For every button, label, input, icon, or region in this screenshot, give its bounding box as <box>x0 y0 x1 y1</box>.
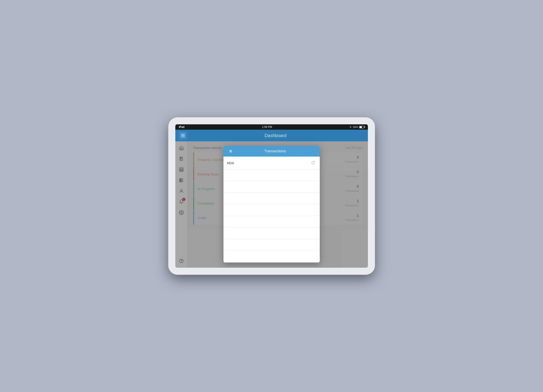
page-title: Dashboard <box>187 133 364 138</box>
battery-icon <box>359 126 364 128</box>
modal-overlay: Transactions NDA <box>175 141 368 268</box>
modal-row-empty-8 <box>223 251 320 262</box>
modal-header: Transactions <box>223 146 320 157</box>
ipad-screen: iPad 1:56 PM ✳ 54% Dashboard <box>175 124 368 268</box>
device-name: iPad <box>179 125 185 129</box>
refresh-button[interactable] <box>310 160 316 166</box>
close-icon <box>228 149 233 153</box>
ipad-device: iPad 1:56 PM ✳ 54% Dashboard <box>169 118 375 274</box>
modal-row-empty-3 <box>223 193 320 204</box>
bluetooth-icon: ✳ <box>350 126 351 129</box>
modal-close-button[interactable] <box>227 148 234 155</box>
modal-row-empty-4 <box>223 204 320 216</box>
modal-row-label: NDA <box>227 161 310 165</box>
app-header: Dashboard <box>175 130 368 141</box>
modal-row-empty-6 <box>223 227 320 239</box>
modal-row-empty-5 <box>223 216 320 227</box>
status-indicators: ✳ 54% <box>350 126 364 129</box>
modal-row-empty-2 <box>223 181 320 193</box>
modal-body: NDA <box>223 157 320 262</box>
battery-fill <box>360 126 362 128</box>
hamburger-line-2 <box>181 135 185 136</box>
current-time: 1:56 PM <box>262 125 272 129</box>
main-area: 1 <box>175 141 368 268</box>
app-layout: Dashboard <box>175 130 368 268</box>
modal-title: Transactions <box>234 149 316 153</box>
hamburger-line-3 <box>181 137 185 137</box>
transactions-modal: Transactions NDA <box>223 146 320 262</box>
modal-row-empty-7 <box>223 239 320 251</box>
modal-row-empty-1 <box>223 169 320 181</box>
battery-percentage: 54% <box>353 126 358 128</box>
menu-button[interactable] <box>179 131 187 140</box>
modal-row-nda[interactable]: NDA <box>223 157 320 169</box>
status-bar: iPad 1:56 PM ✳ 54% <box>175 124 368 130</box>
hamburger-line-1 <box>181 134 185 134</box>
refresh-icon <box>311 161 315 165</box>
